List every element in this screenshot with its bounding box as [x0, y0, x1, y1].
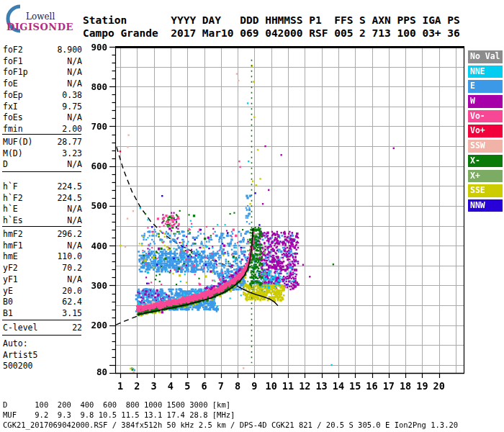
legend-label: SSW: [470, 140, 485, 151]
legend-item-e: E: [468, 80, 503, 93]
ionogram-chart: [0, 0, 504, 432]
legend-item-noval: No Val: [468, 50, 503, 63]
legend-item-vo+: Vo+: [468, 125, 503, 138]
ionogram-page: Lowell DIGISONDE Station YYYY DAY DDD HH…: [0, 0, 504, 432]
legend-label: No Val: [470, 51, 500, 62]
legend-label: SSE: [470, 185, 485, 196]
legend-label: NNW: [470, 200, 485, 211]
footer-distance-row: D 100 200 400 600 800 1000 1500 3000 [km…: [3, 400, 230, 410]
polarization-legend: No ValNNEEWVo-Vo+SSWX-X+SSENNW: [468, 50, 503, 215]
legend-item-x+: X+: [468, 170, 503, 183]
legend-label: NNE: [470, 66, 485, 77]
legend-label: E: [470, 81, 475, 91]
legend-item-ssw: SSW: [468, 140, 503, 153]
legend-item-sse: SSE: [468, 184, 503, 197]
legend-item-vo-: Vo-: [468, 110, 503, 123]
legend-item-nne: NNE: [468, 66, 503, 78]
legend-label: X-: [470, 156, 480, 166]
footer-muf-row: MUF 9.2 9.3 9.8 10.5 11.5 13.1 17.4 28.8…: [3, 410, 235, 420]
legend-item-nnw: NNW: [468, 199, 503, 212]
footer-file-info: CGK21_2017069042000.RSF / 384fx512h 50 k…: [3, 420, 458, 430]
legend-item-w: W: [468, 95, 503, 108]
legend-label: X+: [470, 171, 480, 181]
legend-item-x-: X-: [468, 155, 503, 168]
legend-label: Vo+: [470, 125, 485, 136]
legend-label: W: [470, 96, 475, 107]
legend-label: Vo-: [470, 111, 485, 122]
